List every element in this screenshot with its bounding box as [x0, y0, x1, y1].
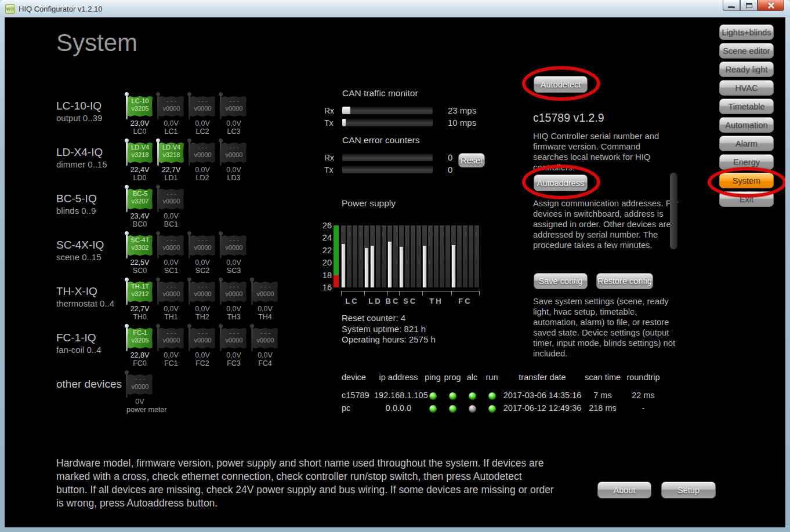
- nav-button-timetable[interactable]: Timetable: [719, 99, 774, 114]
- flag-voltage: 0,0V: [189, 166, 216, 174]
- reset-counter: Reset counter: 4: [342, 313, 436, 324]
- save-config-button[interactable]: Save config: [534, 273, 588, 289]
- nav-button-energy[interactable]: Energy: [719, 154, 774, 170]
- chart-slot: [422, 225, 427, 287]
- chart-slot: [469, 225, 473, 287]
- voltage-bar: [423, 246, 426, 287]
- nav-button-lights-blinds[interactable]: Lights+blinds: [719, 24, 774, 40]
- scrollbar-thumb[interactable]: [670, 173, 677, 249]
- device-range: output 0..39: [56, 113, 122, 123]
- flag-model: - - -: [159, 236, 184, 244]
- flag-pole: [157, 233, 159, 258]
- device-row: SC-4X-IQscene 0..15SC-4Tv330222,5VSC0- -…: [56, 233, 278, 279]
- x-axis-tick: [422, 291, 423, 296]
- table-cell: 7 ms: [583, 391, 622, 400]
- voltage-bar: [371, 246, 374, 287]
- flag-pole: [157, 187, 159, 212]
- flag-icon: - - -v0000: [222, 281, 247, 303]
- y-axis-tick-label: 24: [319, 233, 332, 242]
- device-range: dimmer 0..15: [56, 159, 122, 169]
- nav-button-ready-light[interactable]: Ready light: [719, 61, 774, 77]
- device-row: BC-5-IQblinds 0..9BC-5v320723,4VBC0- - -…: [56, 187, 278, 233]
- restore-config-button[interactable]: Restore config: [596, 273, 653, 289]
- can-errors-tx-row: Tx 0: [324, 163, 516, 176]
- flag-pole: [126, 279, 128, 305]
- nav-button-system[interactable]: System: [719, 173, 774, 188]
- flag-version: v0000: [159, 290, 184, 298]
- rx-label: Rx: [324, 153, 338, 162]
- flag-icon: - - -v0000: [190, 327, 215, 349]
- flag-model: - - -: [190, 144, 215, 151]
- close-button[interactable]: [758, 0, 784, 11]
- flag-pole: [189, 140, 190, 166]
- table-header-prog: prog: [443, 373, 462, 382]
- title-bar[interactable]: WG HIQ Configurator v1.2.10: [0, 0, 790, 17]
- flag-voltage: 0,0V: [252, 305, 278, 313]
- flag-voltage: 0,0V: [158, 351, 184, 359]
- device-model-name: FC-1-IQ: [56, 331, 122, 344]
- x-axis-group-label: TH: [429, 297, 443, 305]
- flag-pole: [220, 279, 222, 305]
- table-header-run: run: [482, 373, 502, 382]
- device-flag-LD2: - - -v00000,0VLD2: [184, 140, 216, 187]
- device-label: SC-4X-IQscene 0..15: [56, 233, 122, 279]
- flag-voltage: 0,0V: [220, 166, 247, 174]
- chart-slot: [399, 225, 404, 287]
- y-axis-tick-label: 22: [319, 246, 332, 255]
- autodetect-button[interactable]: Autodetect: [534, 76, 588, 93]
- flag-version: v3218: [128, 151, 153, 159]
- flag-voltage: 0,0V: [220, 305, 247, 313]
- voltage-bar: [400, 247, 403, 287]
- setup-button[interactable]: Setup: [661, 482, 716, 498]
- flag-voltage: 0,0V: [158, 258, 184, 267]
- flag-model: LD-V4: [159, 144, 184, 151]
- controller-status-table: deviceip addresspingprogalcruntransfer d…: [342, 371, 664, 414]
- system-counters: Reset counter: 4 System uptime: 821 h Op…: [342, 313, 436, 345]
- flag-name: LD0: [126, 174, 153, 182]
- device-model-name: SC-4X-IQ: [56, 239, 122, 252]
- nav-menu: Lights+blindsScene editorReady lightHVAC…: [719, 24, 774, 210]
- maximize-button[interactable]: [740, 0, 758, 11]
- can-errors-title: CAN error counters: [342, 135, 516, 145]
- voltage-bar: [342, 244, 345, 287]
- client-area: System LC-10-IQoutput 0..39LC-10v320523,…: [5, 17, 785, 527]
- table-header-ip-address: ip address: [374, 373, 423, 382]
- nav-button-scene-editor[interactable]: Scene editor: [719, 43, 774, 59]
- flag-name: TH4: [252, 313, 278, 321]
- status-led-cell: [423, 391, 443, 400]
- flag-icon: - - -v0000: [190, 281, 215, 303]
- device-flag-power-meter: - - -v00000Vpower meter: [122, 372, 153, 418]
- flag-name: FC4: [252, 359, 278, 367]
- chart-slot: [364, 225, 369, 287]
- flag-voltage: 0,0V: [189, 119, 216, 127]
- green-led-indicator: [429, 405, 437, 413]
- chart-slot: [387, 225, 392, 287]
- nav-button-automation[interactable]: Automation: [719, 117, 774, 133]
- flag-version: v0000: [222, 337, 247, 344]
- device-flag-FC1: - - -v00000,0VFC1: [153, 326, 184, 372]
- minimize-button[interactable]: [723, 0, 740, 11]
- power-supply-chart: 262422201816LCLDBCSCTHFC: [319, 214, 493, 307]
- window-title: HIQ Configurator v1.2.10: [19, 5, 103, 13]
- flag-model: - - -: [159, 329, 184, 337]
- tx-error-value: 0: [448, 165, 452, 174]
- x-axis-group-label: FC: [458, 297, 472, 305]
- device-flag-TH2: - - -v00000,0VTH2: [184, 279, 216, 326]
- autoaddress-button[interactable]: Autoaddress: [534, 174, 588, 191]
- page-title: System: [56, 29, 137, 57]
- nav-button-hvac[interactable]: HVAC: [719, 80, 774, 96]
- operating-hours: Operating hours: 2575 h: [342, 334, 436, 345]
- green-led-indicator: [449, 392, 456, 400]
- flag-voltage: 0,0V: [189, 305, 216, 313]
- chart-slot: [445, 225, 450, 287]
- reset-errors-button[interactable]: Reset: [458, 153, 485, 167]
- flag-pole: [220, 326, 222, 351]
- flag-version: v3212: [128, 290, 153, 298]
- about-button[interactable]: About: [597, 482, 651, 498]
- table-cell: 192.168.1.105: [374, 391, 423, 400]
- nav-button-alarm[interactable]: Alarm: [719, 136, 774, 151]
- nav-button-exit[interactable]: Exit: [719, 191, 774, 207]
- system-uptime: System uptime: 821 h: [342, 324, 436, 335]
- flag-icon: BC-5v3207: [128, 188, 153, 210]
- table-header-device: device: [342, 373, 374, 382]
